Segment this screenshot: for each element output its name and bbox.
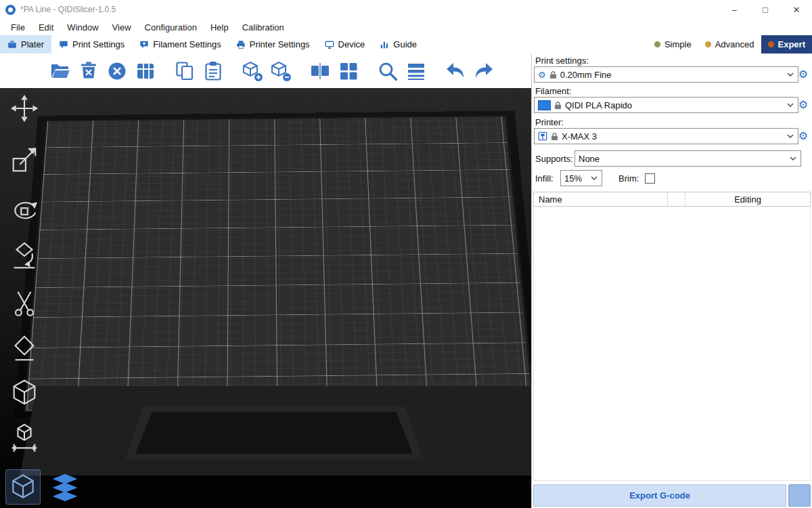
mode-advanced[interactable]: Advanced	[698, 35, 761, 54]
scale-icon	[9, 144, 40, 175]
3d-viewport[interactable]	[0, 88, 531, 508]
object-list[interactable]	[533, 207, 811, 481]
remove-instance-icon	[270, 60, 292, 82]
filament-settings-icon	[139, 40, 149, 49]
export-options-button[interactable]	[788, 484, 811, 507]
preview-view-button[interactable]	[47, 469, 83, 505]
filament-combo[interactable]: QIDI PLA Rapido	[534, 97, 798, 113]
infill-value: 15%	[564, 173, 582, 184]
print-settings-gear-button[interactable]: ⚙	[796, 67, 810, 82]
mode-expert[interactable]: Expert	[761, 35, 812, 54]
redo-button[interactable]	[472, 60, 495, 83]
printer-label: Printer:	[535, 117, 564, 127]
add-instance-button[interactable]	[241, 60, 264, 83]
lock-icon	[549, 70, 557, 79]
menu-calibration[interactable]: Calibration	[235, 22, 291, 33]
split-to-objects-button[interactable]	[309, 60, 332, 83]
expert-mode-dot-icon	[768, 41, 774, 47]
supports-combo[interactable]: None	[574, 150, 801, 167]
supports-value: None	[579, 154, 600, 164]
mode-label: Expert	[778, 39, 805, 49]
split-to-parts-button[interactable]	[337, 60, 360, 83]
arrange-icon	[135, 60, 156, 82]
maximize-button[interactable]: □	[750, 0, 781, 19]
remove-instance-button[interactable]	[269, 60, 292, 83]
scale-tool-button[interactable]	[7, 142, 42, 177]
menu-configuration[interactable]: Configuration	[138, 22, 204, 33]
main-tabbar: Plater Print Settings Filament Settings …	[0, 35, 812, 55]
close-button[interactable]: ✕	[781, 0, 812, 19]
arrange-button[interactable]	[134, 60, 157, 83]
delete-all-button[interactable]	[106, 60, 129, 83]
simple-mode-dot-icon	[654, 41, 660, 47]
advanced-mode-dot-icon	[705, 41, 711, 47]
split-parts-icon	[338, 60, 359, 82]
minimize-button[interactable]: –	[719, 0, 750, 19]
tab-label: Guide	[393, 39, 417, 49]
mode-simple[interactable]: Simple	[648, 35, 698, 54]
profile-gear-icon: ⚙	[538, 70, 546, 79]
menu-help[interactable]: Help	[204, 22, 235, 33]
infill-combo[interactable]: 15%	[560, 170, 602, 186]
chevron-down-icon	[783, 103, 798, 107]
split-objects-icon	[309, 60, 331, 82]
copy-button[interactable]	[173, 60, 196, 83]
cut-scissors-icon	[9, 288, 40, 319]
chevron-down-icon	[783, 72, 798, 77]
seam-tool-button[interactable]	[7, 331, 42, 366]
tab-label: Printer Settings	[250, 39, 310, 49]
filament-label: Filament:	[535, 86, 571, 96]
print-settings-label: Print settings:	[535, 56, 589, 66]
tab-label: Plater	[21, 39, 44, 49]
filament-gear-button[interactable]: ⚙	[796, 98, 810, 112]
object-list-header: Name Editing	[533, 192, 811, 207]
printer-gear-button[interactable]: ⚙	[796, 129, 810, 144]
tab-filament-settings[interactable]: Filament Settings	[132, 35, 228, 54]
printer-combo[interactable]: X-MAX 3	[534, 128, 798, 144]
menu-edit[interactable]: Edit	[32, 22, 60, 33]
chevron-down-icon	[786, 156, 800, 161]
rotate-icon	[9, 196, 40, 227]
column-extruder[interactable]	[668, 192, 685, 206]
open-project-button[interactable]	[49, 60, 72, 83]
paste-button[interactable]	[202, 60, 225, 83]
move-tool-button[interactable]	[7, 91, 42, 126]
menu-file[interactable]: File	[4, 22, 32, 33]
tab-guide[interactable]: Guide	[372, 35, 424, 54]
export-gcode-button[interactable]: Export G-code	[533, 484, 786, 507]
tab-device[interactable]: Device	[317, 35, 373, 54]
search-button[interactable]	[376, 60, 399, 83]
seam-icon	[9, 333, 40, 364]
menu-view[interactable]: View	[106, 22, 138, 33]
search-icon	[377, 60, 399, 82]
add-instance-icon	[242, 60, 263, 82]
column-name[interactable]: Name	[534, 192, 668, 206]
menu-window[interactable]: Window	[60, 22, 105, 33]
mirror-tool-button[interactable]	[7, 420, 42, 455]
filament-color-swatch	[538, 100, 551, 110]
tab-label: Filament Settings	[153, 39, 221, 49]
undo-button[interactable]	[444, 60, 467, 83]
brim-checkbox[interactable]	[645, 173, 655, 184]
column-editing[interactable]: Editing	[685, 194, 810, 205]
open-folder-icon	[49, 60, 71, 82]
rotate-tool-button[interactable]	[7, 194, 42, 229]
mode-label: Simple	[664, 39, 692, 49]
chevron-down-icon	[783, 134, 798, 138]
mirror-icon	[9, 422, 40, 453]
place-on-face-tool-button[interactable]	[7, 238, 42, 274]
measure-tool-button[interactable]	[7, 375, 42, 410]
cut-tool-button[interactable]	[7, 286, 42, 321]
tab-plater[interactable]: Plater	[0, 35, 51, 54]
lock-icon	[554, 101, 562, 110]
3d-editor-view-button[interactable]	[5, 469, 41, 505]
guide-icon	[380, 40, 389, 49]
printer-settings-icon	[236, 40, 246, 49]
delete-button[interactable]	[77, 60, 100, 83]
paste-icon	[202, 60, 224, 82]
tab-printer-settings[interactable]: Printer Settings	[229, 35, 317, 54]
print-settings-combo[interactable]: ⚙ 0.20mm Fine	[534, 66, 798, 83]
right-sidebar: Print settings: ⚙ 0.20mm Fine ⚙ Filament…	[531, 54, 812, 508]
variable-layer-height-button[interactable]	[405, 60, 428, 83]
tab-print-settings[interactable]: Print Settings	[51, 35, 132, 54]
